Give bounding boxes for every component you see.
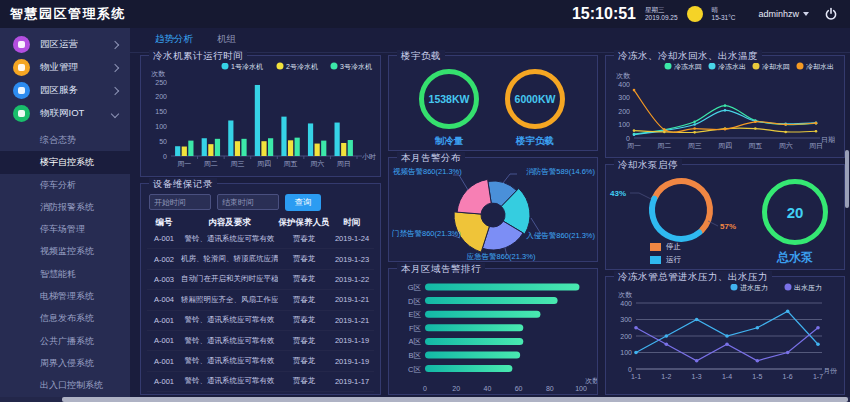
- user-menu[interactable]: adminhzw: [758, 9, 809, 19]
- bar: [235, 141, 240, 156]
- axis-label: 150: [155, 108, 167, 115]
- legend-label: 1号冷水机: [231, 63, 263, 71]
- bar: [288, 140, 293, 156]
- x-tick-label: 周一: [177, 160, 191, 167]
- horizontal-scrollbar[interactable]: [62, 397, 848, 402]
- bar: [425, 365, 512, 372]
- sidebar-group-2[interactable]: 物业管理: [0, 56, 130, 79]
- maintenance-table-header: 编号内容及要求保护保养人员时间: [147, 217, 374, 229]
- bar: [215, 139, 220, 156]
- sidebar-subitem-6[interactable]: 视频监控系统: [0, 240, 130, 262]
- panel-title: 冷冻水、冷却水回水、出水温度: [614, 50, 762, 63]
- row-id: A-003: [147, 275, 181, 284]
- date: 2019.09.25: [645, 14, 678, 22]
- column-header: 编号: [147, 217, 181, 229]
- sidebar-subitem-1[interactable]: 综合态势: [0, 129, 130, 151]
- maintenance-row: A-002机房、轮滑间、轿顶底坑应清理贾春龙2019-1-23: [147, 249, 374, 269]
- sidebar-group-4[interactable]: 物联网IOT: [0, 102, 130, 125]
- sidebar-subitem-8[interactable]: 电梯管理系统: [0, 285, 130, 307]
- legend-label: 冷冻水出: [718, 63, 746, 71]
- sidebar-subitem-10[interactable]: 公共广播系统: [0, 330, 130, 352]
- maintenance-row: A-003自动门在开启和关闭时应平稳无震荡贾春龙2019-1-22: [147, 270, 374, 290]
- row-id: A-001: [147, 377, 181, 386]
- x-tick-label: 1-1: [631, 373, 641, 380]
- row-person: 贾春龙: [278, 295, 330, 305]
- bar: [425, 297, 558, 304]
- axis-label: 300: [620, 316, 632, 323]
- column-header: 时间: [330, 217, 374, 229]
- gauge-label: 楼宇负载: [503, 135, 567, 148]
- search-button[interactable]: 查询: [285, 194, 321, 211]
- row-content: 警铃、通讯系统应可靠有效: [181, 315, 278, 325]
- row-id: A-001: [147, 357, 181, 366]
- bar: [202, 138, 207, 156]
- bar: [425, 284, 579, 291]
- panel-chiller-runtime: 冷水机累计运行时间 次数小时050100150200250周一周二周三周四周五周…: [140, 55, 381, 177]
- axis-label: 200: [155, 93, 167, 100]
- legend-label: 出水压力: [794, 284, 822, 291]
- legend-run: 运行: [650, 255, 681, 265]
- sidebar-group-1[interactable]: 园区运营: [0, 33, 130, 56]
- panel-maintenance: 设备维保记录 查询 编号内容及要求保护保养人员时间 A-001警铃、通讯系统应可…: [140, 183, 381, 395]
- sidebar-subitem-3[interactable]: 停车分析: [0, 174, 130, 196]
- row-date: 2019-1-19: [330, 357, 374, 366]
- start-time-input[interactable]: [149, 194, 211, 210]
- bar: [175, 146, 180, 156]
- x-tick-label: 周四: [257, 160, 271, 168]
- gauge-ring: 6000KW: [505, 69, 565, 129]
- sidebar: 园区运营物业管理园区服务物联网IOT 综合态势楼宇自控系统停车分析消防报警系统停…: [0, 28, 130, 402]
- panel-title: 冷冻水管总管进水压力、出水压力: [614, 271, 772, 284]
- end-time-input[interactable]: [217, 194, 279, 210]
- chevron-right-icon: [111, 86, 119, 94]
- sidebar-groups: 园区运营物业管理园区服务物联网IOT: [0, 28, 130, 125]
- row-person: 贾春龙: [278, 254, 330, 264]
- axis-label: 400: [618, 81, 630, 88]
- tab-trend-analysis[interactable]: 趋势分析: [155, 28, 193, 52]
- sidebar-subitem-5[interactable]: 停车场管理: [0, 218, 130, 240]
- bar: [321, 141, 326, 156]
- sidebar-subitem-2[interactable]: 楼宇自控系统: [0, 151, 130, 173]
- cooling-capacity-gauge: 1538KW 制冷量: [417, 69, 481, 148]
- axis-label: 100: [618, 121, 630, 128]
- tab-unit[interactable]: 机组: [217, 28, 236, 52]
- y-category-label: D区: [408, 297, 421, 306]
- bar: [425, 311, 540, 318]
- donut-arc: [655, 181, 710, 231]
- axis-label: 60: [515, 385, 523, 392]
- app-header: 智慧园区管理系统 15:10:51 星期三 2019.09.25 晴 15-31…: [0, 0, 850, 28]
- row-person: 贾春龙: [278, 234, 330, 244]
- sidebar-subitem-9[interactable]: 信息发布系统: [0, 307, 130, 329]
- bar: [425, 324, 523, 331]
- sidebar-group-label: 园区服务: [40, 84, 112, 97]
- power-icon[interactable]: [824, 7, 838, 21]
- bar: [228, 120, 233, 156]
- sidebar-subitem-7[interactable]: 智慧能耗: [0, 263, 130, 285]
- axis-label: 50: [159, 138, 167, 145]
- sidebar-subitem-11[interactable]: 周界入侵系统: [0, 352, 130, 374]
- maintenance-row: A-001警铃、通讯系统应可靠有效贾春龙2019-1-19: [147, 331, 374, 351]
- bar: [315, 144, 320, 156]
- line-series: [636, 311, 818, 352]
- panel-alarm-distribution: 本月告警分布 消防告警589(14.6%)入侵告警860(21.3%)应急告警8…: [388, 157, 598, 262]
- column-header: 内容及要求: [181, 217, 278, 229]
- axis-label: 0: [163, 153, 167, 160]
- pressure-line-chart: 次数月份01002003004001-11-21-31-41-51-61-7进水…: [606, 277, 844, 394]
- axis-label: 次数: [616, 72, 631, 80]
- sidebar-group-3[interactable]: 园区服务: [0, 79, 130, 102]
- iot-icon: [13, 105, 30, 122]
- x-tick-label: 周六: [310, 160, 324, 167]
- horizontal-scrollbar-track: [0, 397, 850, 402]
- sidebar-subitem-4[interactable]: 消防报警系统: [0, 196, 130, 218]
- row-content: 警铃、通讯系统应可靠有效: [181, 336, 278, 346]
- chevron-right-icon: [111, 40, 119, 48]
- vertical-scrollbar[interactable]: [845, 150, 849, 208]
- axis-label: 0: [628, 366, 632, 373]
- bar: [182, 147, 187, 156]
- axis-label: 20: [452, 385, 460, 392]
- sidebar-subitem-12[interactable]: 出入口控制系统: [0, 374, 130, 396]
- stop-swatch: [650, 243, 661, 251]
- row-date: 2019-1-19: [330, 336, 374, 345]
- park-operation-icon: [13, 36, 30, 53]
- weather-block: 晴 15-31°C: [712, 6, 736, 22]
- x-tick-label: 周三: [230, 160, 244, 167]
